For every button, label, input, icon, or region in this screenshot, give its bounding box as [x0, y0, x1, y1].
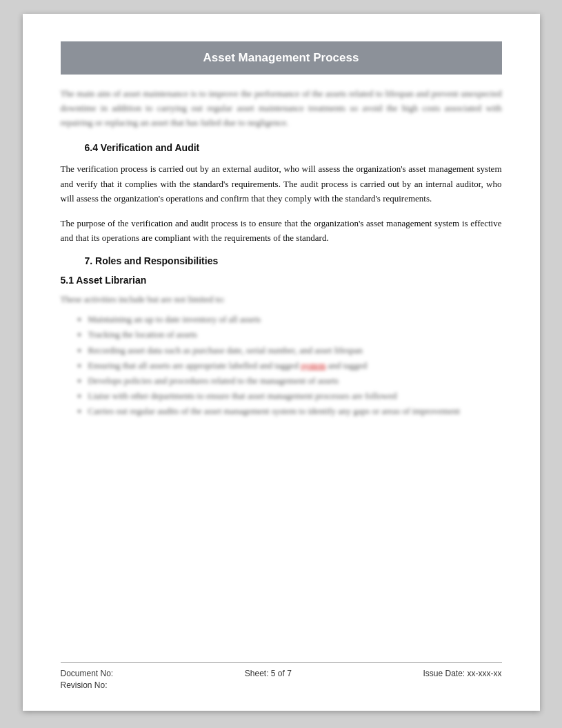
issue-date: Issue Date: xx-xxx-xx: [423, 669, 501, 678]
list-item: Develops policies and procedures related…: [88, 373, 502, 388]
section-7-heading: 7. Roles and Responsibilities: [85, 255, 502, 266]
document-page: Asset Management Process The main aim of…: [23, 14, 540, 711]
section-6-4-paragraph-2: The purpose of the verification and audi…: [61, 216, 502, 246]
asset-librarian-list: Maintaining an up to date inventory of a…: [88, 312, 502, 419]
list-item: Liaise with other departments to ensure …: [88, 388, 502, 404]
list-item: Ensuring that all assets are appropriate…: [88, 358, 502, 373]
list-item: Maintaining an up to date inventory of a…: [88, 312, 502, 327]
list-intro: These activities include but are not lim…: [61, 293, 502, 307]
section-5-1-heading: 5.1 Asset Librarian: [61, 275, 502, 286]
document-no-label: Document No:: [61, 669, 114, 678]
title-bar: Asset Management Process: [61, 41, 502, 75]
document-title: Asset Management Process: [74, 51, 488, 65]
revision-no-label: Revision No:: [61, 680, 114, 690]
section-6-4-heading: 6.4 Verification and Audit: [85, 142, 502, 153]
footer-left: Document No: Revision No:: [61, 669, 114, 690]
red-link-text: system: [301, 360, 325, 371]
blurred-intro-paragraph: The main aim of asset maintenance is to …: [61, 87, 502, 130]
sheet-info: Sheet: 5 of 7: [245, 669, 292, 678]
content-area: Asset Management Process The main aim of…: [61, 41, 502, 662]
list-item: Recording asset data such as purchase da…: [88, 343, 502, 358]
list-item: Tracking the location of assets: [88, 327, 502, 342]
footer: Document No: Revision No: Sheet: 5 of 7 …: [61, 662, 502, 690]
section-6-4-paragraph-1: The verification process is carried out …: [61, 161, 502, 206]
list-item: Carries out regular audits of the asset …: [88, 404, 502, 419]
